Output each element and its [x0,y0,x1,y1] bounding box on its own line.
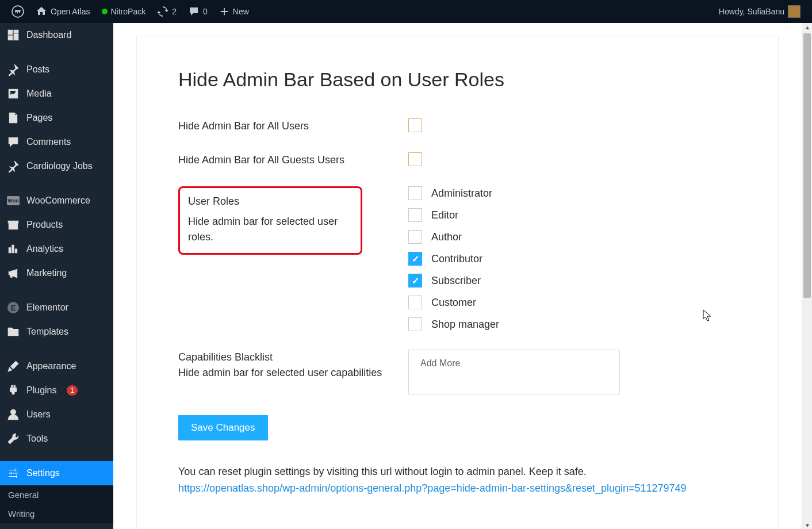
role-checkbox[interactable] [408,317,422,331]
plus-icon [219,6,229,17]
row-user-roles: User Roles Hide admin bar for selected u… [178,186,737,331]
greeting-text: Howdy, SufiaBanu [719,7,784,16]
menu-icon-wrap [7,325,20,338]
sidebar-item-label: Plugins [26,385,56,396]
role-label: Customer [431,297,476,309]
nitropack-link[interactable]: NitroPack [96,0,152,23]
scrollbar-thumb[interactable] [803,33,811,298]
menu-icon-wrap [7,360,20,373]
sidebar-item-products[interactable]: Products [0,213,113,237]
sidebar-item-templates[interactable]: Templates [0,320,113,344]
role-row-editor[interactable]: Editor [408,208,737,222]
sidebar-item-settings[interactable]: Settings [0,461,113,485]
menu-icon-wrap [7,243,20,255]
menu-icon-wrap [7,112,20,124]
elementor-icon: E [7,302,19,313]
menu-icon-wrap [7,267,20,279]
submenu-item-general[interactable]: General [0,485,113,504]
sidebar-item-label: Users [26,409,51,420]
menu-icon-wrap [7,467,20,480]
badge: 1 [67,385,78,396]
nitropack-label: NitroPack [111,7,146,16]
browser-scrollbar[interactable]: ▲ ▼ [802,23,812,529]
role-checkbox[interactable] [408,230,422,244]
plugin-icon [7,384,20,397]
role-row-customer[interactable]: Customer [408,296,737,309]
new-link[interactable]: New [213,0,255,23]
user-icon [7,408,20,421]
comments-icon [7,136,20,148]
sidebar-item-label: Marketing [26,268,67,278]
sidebar-item-cardiology-jobs[interactable]: Cardiology Jobs [0,154,113,178]
main-content: Hide Admin Bar Based on User Roles Hide … [113,23,802,529]
role-checkbox[interactable] [408,252,422,266]
wordpress-icon [12,5,24,18]
checkbox-hide-all-users[interactable] [408,118,422,132]
sidebar-item-label: Settings [26,468,60,478]
pages-icon [7,112,20,124]
role-row-administrator[interactable]: Administrator [408,186,737,200]
comments-link[interactable]: 0 [182,0,213,23]
home-icon [36,6,47,17]
sidebar-item-label: Comments [26,137,71,147]
sidebar-item-label: Dashboard [26,30,71,40]
user-greeting[interactable]: Howdy, SufiaBanu [713,0,806,23]
scroll-down-icon[interactable]: ▼ [805,522,810,528]
pin-icon [7,160,20,172]
role-row-author[interactable]: Author [408,230,737,244]
role-checkbox[interactable] [408,296,422,309]
wp-logo-link[interactable] [6,0,30,23]
reset-link[interactable]: https://openatlas.shop/wp-admin/options-… [178,482,687,494]
sidebar-item-comments[interactable]: Comments [0,130,113,154]
capabilities-sub: Hide admin bar for selected user capabil… [178,365,408,381]
sidebar-item-plugins[interactable]: Plugins1 [0,378,113,402]
site-home-link[interactable]: Open Atlas [30,0,96,23]
capabilities-input[interactable]: Add More [408,350,620,394]
role-label: Administrator [431,187,492,200]
sidebar-item-media[interactable]: Media [0,82,113,106]
menu-icon-wrap [7,29,20,41]
sidebar-item-label: WooCommerce [26,195,90,206]
menu-icon-wrap [7,136,20,148]
sidebar-item-marketing[interactable]: Marketing [0,261,113,285]
sidebar-item-posts[interactable]: Posts [0,57,113,82]
brush-icon [7,360,20,373]
submenu-item-writing[interactable]: Writing [0,504,113,523]
reset-info: You can reset plugin settings by visitin… [178,463,737,497]
wrench-icon [7,432,20,445]
save-button[interactable]: Save Changes [178,415,268,440]
wp-admin-bar: Open Atlas NitroPack 2 0 New Howdy, Sufi… [0,0,812,23]
media-icon [7,87,20,100]
reset-text: You can reset plugin settings by visitin… [178,466,587,477]
sidebar-item-woocommerce[interactable]: WooWooCommerce [0,189,113,213]
sidebar-item-users[interactable]: Users [0,402,113,427]
page-title: Hide Admin Bar Based on User Roles [178,68,737,91]
menu-icon-wrap: E [7,301,20,314]
sidebar-item-analytics[interactable]: Analytics [0,237,113,261]
role-row-shop-manager[interactable]: Shop manager [408,317,737,331]
role-checkbox[interactable] [408,186,422,200]
admin-sidebar: DashboardPostsMediaPagesCommentsCardiolo… [0,23,113,529]
scroll-up-icon[interactable]: ▲ [805,24,810,30]
sidebar-item-label: Appearance [26,361,76,371]
sidebar-item-tools[interactable]: Tools [0,427,113,451]
role-label: Shop manager [431,319,499,331]
updates-link[interactable]: 2 [151,0,182,23]
sidebar-item-dashboard[interactable]: Dashboard [0,23,113,47]
role-row-contributor[interactable]: Contributor [408,252,737,266]
role-checkbox[interactable] [408,208,422,222]
role-checkbox[interactable] [408,274,422,288]
sidebar-item-elementor[interactable]: EElementor [0,296,113,320]
role-row-subscriber[interactable]: Subscriber [408,274,737,288]
menu-icon-wrap [7,432,20,445]
sidebar-item-label: Cardiology Jobs [26,161,93,171]
woocommerce-icon: Woo [7,196,20,205]
sliders-icon [7,467,20,480]
folder-icon [7,325,20,338]
settings-card: Hide Admin Bar Based on User Roles Hide … [136,36,779,529]
sidebar-item-appearance[interactable]: Appearance [0,354,113,378]
sidebar-item-label: Media [26,89,52,99]
checkbox-hide-all-guests[interactable] [408,152,422,166]
row-capabilities: Capabilities Blacklist Hide admin bar fo… [178,350,737,394]
sidebar-item-pages[interactable]: Pages [0,106,113,130]
